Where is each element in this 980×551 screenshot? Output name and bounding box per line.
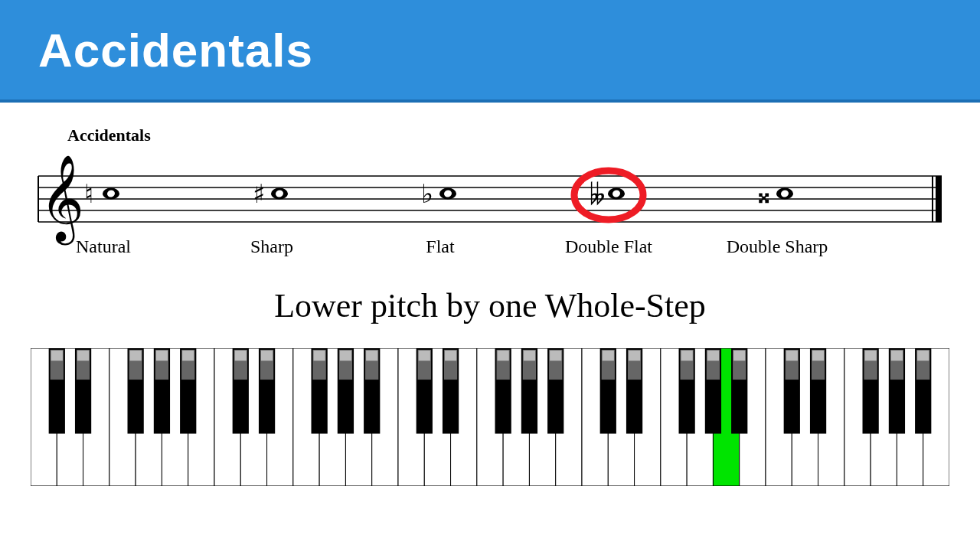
svg-rect-16 (51, 350, 63, 360)
svg-rect-64 (629, 350, 640, 360)
svg-rect-82 (865, 350, 877, 360)
piano-black-key (547, 348, 564, 434)
piano-black-key (521, 348, 537, 434)
svg-rect-55 (524, 350, 535, 360)
piano-black-key (600, 348, 616, 434)
svg-rect-7 (936, 176, 942, 222)
piano-black-key (915, 348, 931, 434)
svg-rect-76 (786, 350, 798, 360)
piano-black-key (154, 348, 170, 434)
svg-rect-34 (261, 350, 273, 360)
piano-keyboard (31, 325, 949, 489)
treble-clef-icon: 𝄞 (40, 155, 84, 246)
description-text: Lower pitch by one Whole-Step (31, 286, 949, 325)
accidental-glyph: 𝄪 (758, 180, 769, 208)
svg-rect-19 (77, 350, 89, 360)
svg-rect-61 (603, 350, 614, 360)
piano-black-key (731, 348, 747, 434)
svg-rect-58 (550, 350, 561, 360)
piano-black-key (75, 348, 91, 434)
piano-black-key (180, 348, 196, 434)
svg-rect-37 (314, 350, 325, 360)
svg-rect-28 (182, 350, 194, 360)
piano-black-key (495, 348, 511, 434)
slide-title: Accidentals (38, 23, 313, 77)
piano-black-key (679, 348, 695, 434)
piano-black-key (705, 348, 721, 434)
accidental-label: Natural (76, 236, 131, 256)
piano-black-key (128, 348, 144, 434)
piano-black-key (626, 348, 642, 434)
svg-rect-46 (419, 350, 430, 360)
svg-rect-85 (891, 350, 903, 360)
svg-rect-73 (733, 350, 745, 360)
slide-header: Accidentals (0, 0, 980, 103)
piano-black-key (784, 348, 800, 434)
piano-black-key (338, 348, 354, 434)
piano-black-key (233, 348, 249, 434)
piano-black-key (364, 348, 380, 434)
piano-black-key (259, 348, 275, 434)
keyboard-svg (31, 348, 949, 486)
svg-rect-43 (366, 350, 377, 360)
piano-black-key (810, 348, 826, 434)
svg-rect-67 (681, 350, 693, 360)
svg-rect-52 (498, 350, 509, 360)
accidental-glyph: ♮ (84, 180, 93, 208)
staff-svg: 𝄞 ♮Natural♯Sharp♭Flat𝄫Double Flat𝄪Double… (31, 153, 949, 268)
piano-black-key (889, 348, 905, 434)
piano-black-key (49, 348, 65, 434)
svg-rect-79 (812, 350, 824, 360)
accidental-glyph: ♭ (421, 180, 433, 208)
piano-black-key (416, 348, 433, 434)
accidental-label: Double Sharp (727, 236, 828, 256)
music-staff: 𝄞 ♮Natural♯Sharp♭Flat𝄫Double Flat𝄪Double… (31, 153, 949, 271)
svg-rect-40 (340, 350, 351, 360)
svg-rect-70 (707, 350, 719, 360)
piano-black-key (443, 348, 459, 434)
slide-body: Accidentals 𝄞 ♮Natural♯Sharp♭Flat𝄫Double… (0, 103, 980, 489)
accidental-label: Flat (426, 236, 455, 256)
svg-rect-25 (156, 350, 168, 360)
accidental-glyph: ♯ (253, 180, 265, 208)
svg-rect-22 (130, 350, 142, 360)
svg-rect-88 (917, 350, 929, 360)
accidental-label: Sharp (250, 236, 293, 256)
piano-black-key (312, 348, 328, 434)
accidental-label: Double Flat (565, 236, 652, 256)
piano-black-key (863, 348, 879, 434)
svg-rect-49 (445, 350, 456, 360)
staff-section-title: Accidentals (31, 126, 949, 145)
accidental-glyph: 𝄫 (590, 180, 605, 208)
svg-rect-31 (235, 350, 247, 360)
